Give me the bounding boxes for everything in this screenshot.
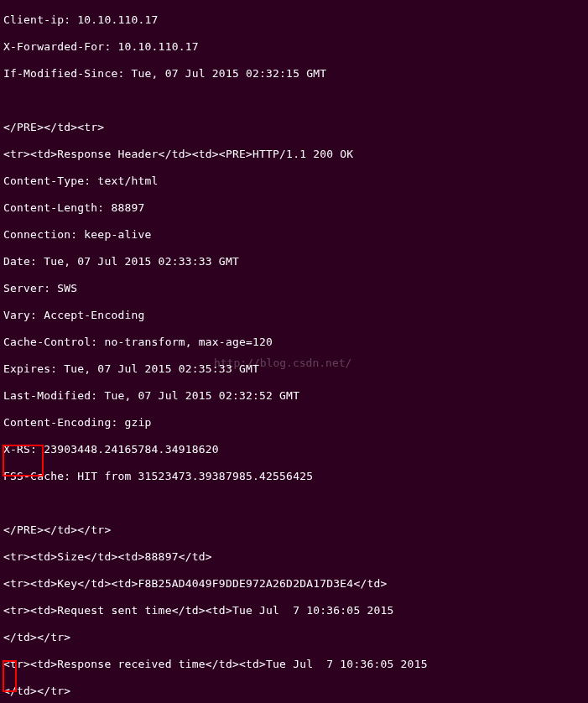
output-line: Expires: Tue, 07 Jul 2015 02:35:33 GMT (3, 362, 585, 376)
output-line: <tr><td>Key</td><td>F8B25AD4049F9DDE972A… (3, 577, 585, 591)
output-line: </PRE></td></tr> (3, 523, 585, 537)
output-line (3, 497, 585, 510)
output-line: <tr><td>Size</td><td>88897</td> (3, 550, 585, 564)
output-line: X-RS: 23903448.24165784.34918620 (3, 443, 585, 456)
output-line: X-Forwarded-For: 10.10.110.17 (3, 40, 585, 54)
output-line: Content-Encoding: gzip (3, 416, 585, 430)
output-line: Cache-Control: no-transform, max-age=120 (3, 336, 585, 349)
output-line: </td></tr> (3, 685, 585, 698)
output-line: FSS-Cache: HIT from 31523473.39387985.42… (3, 470, 585, 483)
output-line: Client-ip: 10.10.110.17 (3, 13, 585, 27)
output-line: Content-Type: text/html (3, 174, 585, 188)
output-line: Vary: Accept-Encoding (3, 309, 585, 322)
output-line: </td></tr> (3, 631, 585, 644)
output-line: </PRE></td><tr> (3, 121, 585, 134)
terminal-output[interactable]: Client-ip: 10.10.110.17 X-Forwarded-For:… (0, 0, 588, 703)
output-line: Last-Modified: Tue, 07 Jul 2015 02:32:52… (3, 389, 585, 403)
output-line: <tr><td>Response received time</td><td>T… (3, 658, 585, 671)
output-line: <tr><td>Response Header</td><td><PRE>HTT… (3, 148, 585, 161)
output-line: Server: SWS (3, 282, 585, 295)
output-line: Content-Length: 88897 (3, 201, 585, 215)
output-line: Date: Tue, 07 Jul 2015 02:33:33 GMT (3, 255, 585, 268)
output-line (3, 94, 585, 107)
output-line: <tr><td>Request sent time</td><td>Tue Ju… (3, 604, 585, 617)
output-line: If-Modified-Since: Tue, 07 Jul 2015 02:3… (3, 67, 585, 81)
output-line: Connection: keep-alive (3, 228, 585, 242)
